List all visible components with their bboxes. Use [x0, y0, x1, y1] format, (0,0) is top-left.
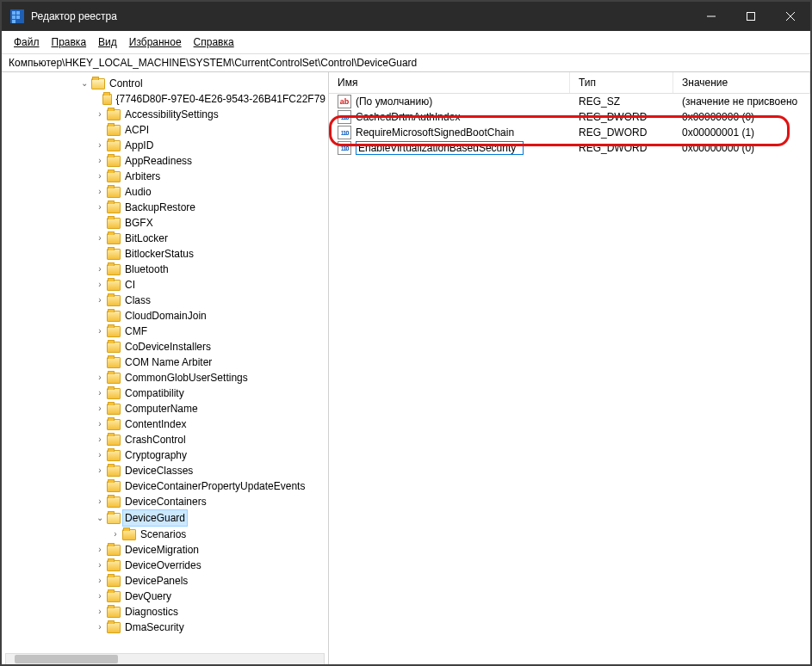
chevron-right-icon[interactable]: [95, 447, 105, 463]
close-button[interactable]: [771, 2, 810, 31]
list-row[interactable]: RequireMicrosoftSignedBootChainREG_DWORD…: [329, 125, 810, 140]
tree-node[interactable]: DevQuery: [95, 589, 328, 604]
chevron-right-icon[interactable]: [95, 604, 105, 620]
chevron-right-icon[interactable]: [95, 463, 105, 478]
chevron-right-icon[interactable]: [95, 277, 105, 293]
chevron-right-icon[interactable]: [95, 169, 105, 184]
chevron-right-icon[interactable]: [95, 138, 105, 153]
menu-help[interactable]: Справка: [189, 34, 239, 50]
cell-value: 0x00000000 (0): [673, 142, 810, 154]
tree-node[interactable]: AppID: [95, 138, 328, 153]
value-name-text: CachedDrtmAuthIndex: [356, 111, 460, 123]
chevron-right-icon[interactable]: [95, 370, 105, 385]
tree-node[interactable]: ACPI: [95, 122, 328, 138]
column-header-name[interactable]: Имя: [329, 72, 570, 93]
chevron-right-icon[interactable]: [95, 494, 105, 509]
menu-favorites[interactable]: Избранное: [124, 34, 187, 50]
tree-label: DeviceGuard: [122, 509, 188, 527]
tree-node[interactable]: CMF: [95, 324, 328, 339]
chevron-right-icon[interactable]: [95, 293, 105, 308]
tree-node[interactable]: BGFX: [95, 215, 328, 231]
tree-node[interactable]: ComputerName: [95, 401, 328, 416]
tree-node[interactable]: CrashControl: [95, 432, 328, 447]
tree-node[interactable]: CI: [95, 277, 328, 293]
tree-node[interactable]: CommonGlobUserSettings: [95, 370, 328, 385]
chevron-right-icon[interactable]: [95, 200, 105, 215]
chevron-down-icon[interactable]: [79, 76, 90, 91]
chevron-right-icon[interactable]: [95, 107, 105, 122]
tree-label: DevicePanels: [122, 573, 190, 589]
registry-tree[interactable]: Control {7746D80F-97E0-4E26-9543-26B41FC…: [28, 76, 328, 635]
list-row[interactable]: (По умолчанию)REG_SZ(значение не присвое…: [329, 94, 810, 109]
tree-node[interactable]: BackupRestore: [95, 200, 328, 215]
chevron-right-icon[interactable]: [95, 153, 105, 169]
folder-icon: [107, 125, 121, 136]
chevron-right-icon[interactable]: [95, 542, 105, 558]
horizontal-scrollbar[interactable]: [5, 653, 325, 665]
chevron-right-icon[interactable]: [95, 573, 105, 589]
column-header-value[interactable]: Значение: [673, 72, 810, 93]
folder-icon: [107, 218, 121, 229]
tree-node[interactable]: Audio: [95, 184, 328, 200]
tree-node[interactable]: DeviceContainerPropertyUpdateEvents: [95, 478, 328, 494]
tree-label: DmaSecurity: [122, 620, 187, 635]
tree-node[interactable]: AccessibilitySettings: [95, 107, 328, 122]
tree-node[interactable]: DeviceMigration: [95, 542, 328, 558]
list-row[interactable]: CachedDrtmAuthIndexREG_DWORD0x00000000 (…: [329, 109, 810, 125]
chevron-right-icon[interactable]: [110, 527, 121, 542]
maximize-button[interactable]: [731, 2, 771, 31]
tree-node[interactable]: Scenarios: [110, 527, 328, 542]
chevron-right-icon[interactable]: [95, 432, 105, 447]
tree-node[interactable]: CloudDomainJoin: [95, 308, 328, 324]
tree-node-control[interactable]: Control: [79, 76, 328, 91]
tree-node[interactable]: Bluetooth: [95, 262, 328, 277]
chevron-right-icon[interactable]: [95, 416, 105, 432]
tree-node[interactable]: BitLocker: [95, 231, 328, 246]
tree-node[interactable]: DeviceContainers: [95, 494, 328, 509]
folder-icon: [107, 280, 121, 291]
tree-node[interactable]: DeviceGuard: [95, 509, 328, 527]
chevron-right-icon[interactable]: [95, 324, 105, 339]
tree-node[interactable]: ContentIndex: [95, 416, 328, 432]
rename-input[interactable]: [356, 141, 524, 155]
menu-file[interactable]: Файл: [9, 34, 45, 50]
list-header: Имя Тип Значение: [329, 72, 810, 94]
tree-label: DeviceClasses: [122, 463, 195, 478]
tree-node[interactable]: Arbiters: [95, 169, 328, 184]
list-row[interactable]: REG_DWORD0x00000000 (0): [329, 140, 810, 156]
tree-node[interactable]: DeviceClasses: [95, 463, 328, 478]
folder-icon: [91, 78, 105, 89]
tree-node[interactable]: AppReadiness: [95, 153, 328, 169]
tree-label: BackupRestore: [122, 200, 198, 215]
tree-node[interactable]: Class: [95, 293, 328, 308]
chevron-right-icon[interactable]: [95, 231, 105, 246]
chevron-right-icon[interactable]: [95, 558, 105, 573]
folder-icon: [107, 342, 121, 353]
minimize-button[interactable]: [691, 2, 731, 31]
menu-view[interactable]: Вид: [93, 34, 122, 50]
tree-node[interactable]: BitlockerStatus: [95, 246, 328, 262]
tree-node[interactable]: Cryptography: [95, 447, 328, 463]
folder-icon: [107, 419, 121, 430]
menubar: Файл Правка Вид Избранное Справка: [2, 31, 810, 54]
tree-node[interactable]: Compatibility: [95, 385, 328, 401]
tree-node[interactable]: CoDeviceInstallers: [95, 339, 328, 355]
chevron-right-icon[interactable]: [95, 385, 105, 401]
tree-node[interactable]: COM Name Arbiter: [95, 355, 328, 370]
tree-label: AccessibilitySettings: [122, 107, 221, 122]
chevron-right-icon[interactable]: [95, 262, 105, 277]
address-bar[interactable]: Компьютер\HKEY_LOCAL_MACHINE\SYSTEM\Curr…: [2, 54, 810, 71]
menu-edit[interactable]: Правка: [46, 34, 92, 50]
chevron-down-icon[interactable]: [95, 510, 105, 526]
chevron-right-icon[interactable]: [95, 620, 105, 635]
tree-node[interactable]: DmaSecurity: [95, 620, 328, 635]
tree-node[interactable]: DeviceOverrides: [95, 558, 328, 573]
tree-node[interactable]: Diagnostics: [95, 604, 328, 620]
tree-node[interactable]: {7746D80F-97E0-4E26-9543-26B41FC22F79: [95, 91, 328, 107]
chevron-right-icon[interactable]: [95, 184, 105, 200]
scrollbar-thumb[interactable]: [15, 655, 118, 663]
column-header-type[interactable]: Тип: [570, 72, 673, 93]
chevron-right-icon[interactable]: [95, 589, 105, 604]
chevron-right-icon[interactable]: [95, 401, 105, 416]
tree-node[interactable]: DevicePanels: [95, 573, 328, 589]
